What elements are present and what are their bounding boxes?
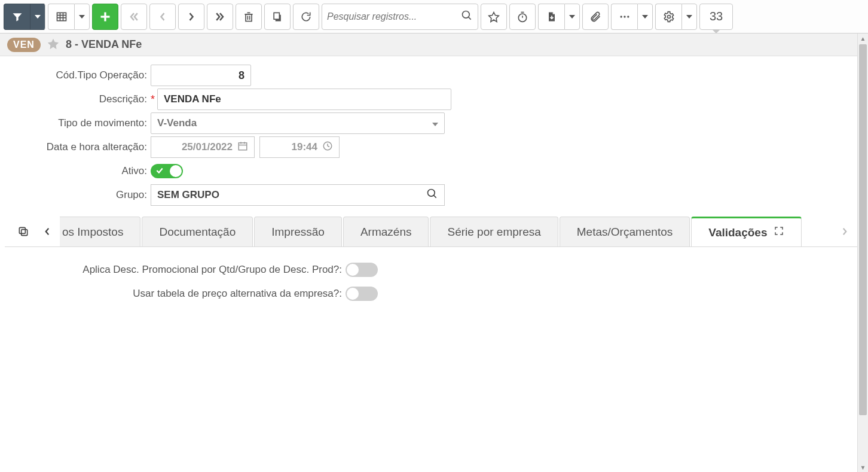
tab-metas-orcamentos[interactable]: Metas/Orçamentos <box>560 217 690 246</box>
record-title: 8 - VENDA NFe <box>66 38 142 51</box>
scroll-up-icon[interactable]: ▲ <box>858 34 868 43</box>
grupo-lookup[interactable]: SEM GRUPO <box>151 184 445 206</box>
descricao-input[interactable] <box>157 89 451 110</box>
desc-promocional-label: Aplica Desc. Promocional por Qtd/Grupo d… <box>23 264 346 276</box>
svg-point-17 <box>518 14 526 22</box>
tab-validacoes[interactable]: Validações <box>691 217 801 246</box>
scroll-down-icon[interactable]: ▼ <box>858 462 868 472</box>
svg-rect-13 <box>274 13 279 19</box>
filter-button[interactable] <box>4 4 30 30</box>
svg-rect-0 <box>57 13 66 20</box>
svg-rect-25 <box>239 142 247 150</box>
tab-armazens[interactable]: Armazéns <box>343 217 429 246</box>
required-indicator: * <box>151 93 155 106</box>
favorite-button[interactable] <box>481 4 507 30</box>
data-input[interactable]: 25/01/2022 <box>151 136 255 158</box>
tab-copy-button[interactable] <box>12 217 35 246</box>
last-record-button[interactable] <box>207 4 233 30</box>
grupo-value: SEM GRUPO <box>157 189 219 201</box>
grid-view-button[interactable] <box>48 4 74 30</box>
delete-button[interactable] <box>236 4 262 30</box>
attachment-button[interactable] <box>582 4 609 30</box>
svg-point-32 <box>428 189 435 196</box>
svg-point-23 <box>667 15 670 18</box>
preco-alternativa-label: Usar tabela de preço alternativa da empr… <box>23 288 346 300</box>
hora-input[interactable]: 19:44 <box>259 136 340 158</box>
svg-line-33 <box>434 195 436 197</box>
grupo-label: Grupo: <box>12 189 151 201</box>
export-dropdown[interactable] <box>564 4 580 30</box>
tab-serie-empresa[interactable]: Série por empresa <box>430 217 558 246</box>
module-badge: VEN <box>7 38 41 52</box>
record-count[interactable]: 33 <box>699 4 733 30</box>
search-field[interactable] <box>322 4 478 30</box>
search-input[interactable] <box>327 11 461 22</box>
add-button[interactable] <box>92 4 118 30</box>
svg-marker-24 <box>48 39 59 49</box>
svg-marker-16 <box>489 12 499 22</box>
next-record-button[interactable] <box>178 4 204 30</box>
tab-impressao[interactable]: Impressão <box>254 217 342 246</box>
data-alteracao-label: Data e hora alteração: <box>12 141 151 153</box>
check-icon <box>155 166 164 176</box>
validacoes-panel: Aplica Desc. Promocional por Qtd/Grupo d… <box>5 246 863 472</box>
more-button[interactable] <box>611 4 637 30</box>
cod-tipo-operacao-label: Cód.Tipo Operação: <box>12 69 151 81</box>
search-icon <box>426 188 438 203</box>
settings-dropdown[interactable] <box>681 4 697 30</box>
tipo-movimento-value: V-Venda <box>157 117 197 129</box>
export-button[interactable] <box>538 4 564 30</box>
svg-rect-6 <box>101 16 110 17</box>
hora-value: 19:44 <box>292 141 317 153</box>
vertical-scrollbar[interactable]: ▲ ▼ <box>857 34 868 472</box>
svg-point-21 <box>624 16 625 17</box>
svg-point-14 <box>463 11 470 19</box>
settings-button[interactable] <box>655 4 681 30</box>
copy-button[interactable] <box>264 4 291 30</box>
filter-dropdown[interactable] <box>30 4 45 30</box>
tab-documentacao[interactable]: Documentação <box>142 217 253 246</box>
scrollbar-thumb[interactable] <box>859 44 867 415</box>
desc-promocional-toggle[interactable] <box>346 263 378 277</box>
tab-impostos[interactable]: os Impostos <box>60 217 140 246</box>
svg-line-15 <box>469 17 471 20</box>
tab-scroll-left[interactable] <box>36 217 59 246</box>
svg-rect-34 <box>22 230 27 236</box>
svg-line-31 <box>328 146 329 147</box>
svg-rect-7 <box>246 14 252 21</box>
search-icon <box>461 10 473 23</box>
preco-alternativa-toggle[interactable] <box>346 287 378 301</box>
breadcrumb-bar: VEN 8 - VENDA NFe <box>0 34 868 56</box>
grid-view-dropdown[interactable] <box>74 4 90 30</box>
descricao-label: Descrição: <box>12 93 151 105</box>
tipo-movimento-select[interactable]: V-Venda <box>151 112 445 134</box>
data-value: 25/01/2022 <box>182 141 233 153</box>
ativo-toggle[interactable] <box>151 164 183 178</box>
refresh-button[interactable] <box>293 4 319 30</box>
more-dropdown[interactable] <box>637 4 653 30</box>
calendar-icon <box>237 141 248 154</box>
first-record-button[interactable] <box>121 4 147 30</box>
svg-point-20 <box>620 16 622 17</box>
prev-record-button[interactable] <box>149 4 176 30</box>
tipo-movimento-label: Tipo de movimento: <box>12 117 151 129</box>
form-area: Cód.Tipo Operação: Descrição: * Tipo de … <box>0 56 868 217</box>
timer-button[interactable] <box>509 4 536 30</box>
chevron-down-icon <box>432 117 438 129</box>
svg-point-22 <box>627 16 629 17</box>
cod-tipo-operacao-input[interactable] <box>151 65 251 86</box>
ativo-label: Ativo: <box>12 165 151 177</box>
main-toolbar: 33 <box>0 0 868 34</box>
favorite-star-icon[interactable] <box>47 37 60 52</box>
clock-icon <box>322 141 333 154</box>
expand-icon[interactable] <box>774 226 784 239</box>
tab-scroll-right[interactable] <box>833 217 856 246</box>
tabs-bar: os Impostos Documentação Impressão Armaz… <box>0 217 868 246</box>
svg-rect-35 <box>19 227 25 233</box>
